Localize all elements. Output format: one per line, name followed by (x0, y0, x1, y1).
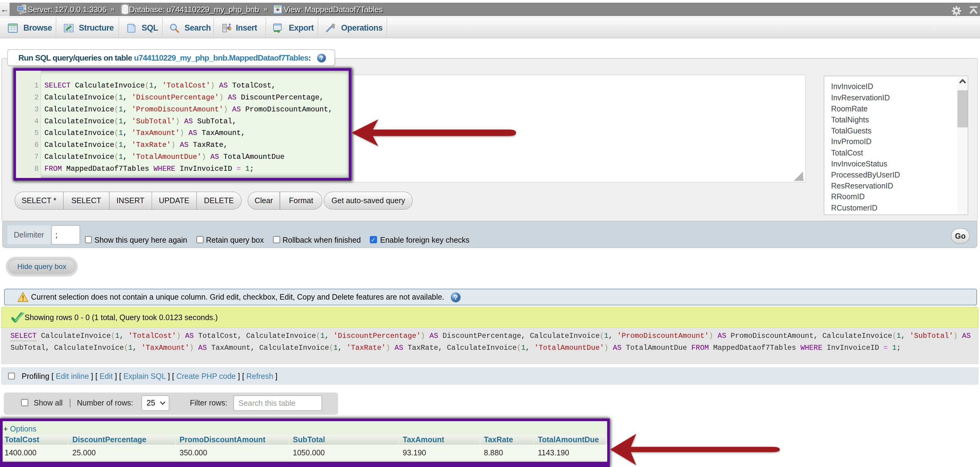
svg-text:?: ? (453, 294, 458, 301)
svg-text:?: ? (320, 55, 323, 62)
